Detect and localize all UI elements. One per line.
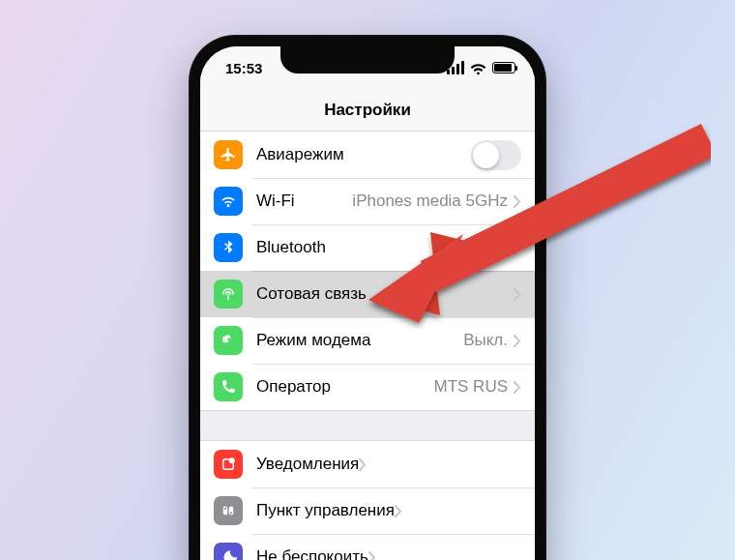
phone-icon [214, 372, 243, 401]
airplane-icon [214, 140, 243, 169]
settings-list[interactable]: Авиарежим Wi-Fi iPhones media 5GHz Bluet… [200, 132, 535, 560]
row-label: Режим модема [256, 331, 370, 350]
page-title: Настройки [324, 101, 411, 120]
phone-frame: 15:53 Настройки Авиарежим [189, 35, 546, 560]
chevron-right-icon [514, 288, 521, 301]
screen: 15:53 Настройки Авиарежим [200, 46, 535, 560]
section-separator [200, 410, 535, 441]
row-hotspot[interactable]: Режим модема Выкл. [200, 317, 535, 364]
chevron-right-icon [359, 458, 367, 471]
nav-bar: Настройки [200, 89, 535, 132]
row-control-center[interactable]: Пункт управления [200, 487, 535, 534]
control-center-icon [214, 496, 243, 525]
row-label: Сотовая связь [256, 284, 367, 304]
row-value: Выкл. [463, 331, 514, 350]
notch [280, 46, 455, 74]
row-carrier[interactable]: Оператор MTS RUS [200, 364, 535, 410]
row-value: Вкл. [475, 238, 514, 257]
svg-point-4 [224, 508, 226, 510]
row-label: Bluetooth [256, 238, 326, 257]
status-time: 15:53 [225, 60, 262, 76]
row-notifications[interactable]: Уведомления [200, 441, 535, 487]
notifications-icon [214, 450, 243, 479]
row-bluetooth[interactable]: Bluetooth Вкл. [200, 224, 535, 271]
row-label: Уведомления [256, 455, 359, 474]
chevron-right-icon [514, 381, 521, 394]
cellular-icon [214, 280, 243, 309]
wifi-settings-icon [214, 187, 243, 216]
bluetooth-icon [214, 233, 243, 262]
row-value: iPhones media 5GHz [352, 192, 514, 211]
chevron-right-icon [368, 551, 376, 561]
row-label: Авиарежим [256, 145, 344, 164]
dnd-icon [214, 543, 243, 560]
row-airplane-mode[interactable]: Авиарежим [200, 132, 535, 178]
row-value: MTS RUS [434, 377, 514, 397]
row-label: Оператор [256, 377, 331, 397]
svg-point-1 [229, 457, 235, 463]
svg-point-5 [230, 512, 232, 514]
row-wifi[interactable]: Wi-Fi iPhones media 5GHz [200, 178, 535, 224]
row-label: Не беспокоить [256, 547, 368, 560]
chevron-right-icon [514, 195, 521, 208]
airplane-toggle[interactable] [471, 140, 521, 170]
row-do-not-disturb[interactable]: Не беспокоить [200, 534, 535, 560]
hotspot-icon [214, 326, 243, 355]
row-label: Пункт управления [256, 501, 395, 520]
chevron-right-icon [514, 242, 521, 254]
wifi-icon [470, 62, 486, 74]
battery-icon [492, 62, 515, 74]
row-label: Wi-Fi [256, 192, 295, 211]
chevron-right-icon [514, 335, 521, 347]
chevron-right-icon [395, 505, 402, 517]
row-cellular[interactable]: Сотовая связь [200, 271, 535, 317]
